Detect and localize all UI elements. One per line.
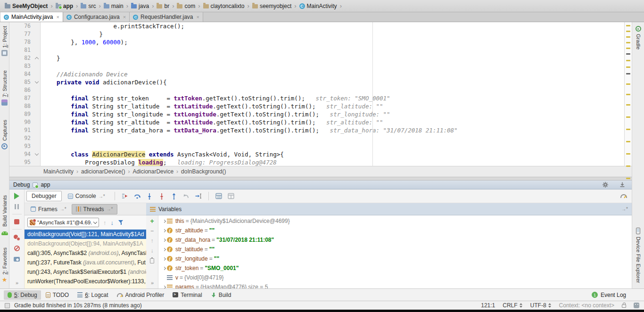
tool-window-bar-terminal[interactable]: Terminal [169, 290, 206, 300]
close-icon[interactable]: × [123, 14, 126, 20]
view-tab-threads[interactable]: Threads→* [72, 204, 117, 214]
show-execution-point-icon[interactable] [119, 191, 131, 201]
tool-window-button-build-variants[interactable]: Build Variants [1, 195, 8, 235]
expand-chevron-icon[interactable] [161, 239, 167, 241]
expand-chevron-icon[interactable] [161, 230, 167, 232]
mute-breakpoints-icon[interactable] [14, 246, 20, 251]
hide-tool-window-icon[interactable] [617, 180, 628, 190]
step-over-icon[interactable] [132, 191, 143, 201]
error-stripe[interactable] [624, 22, 632, 166]
variable-row-params[interactable]: params={HashMap@4776} size = 5 [158, 282, 632, 288]
stack-frame[interactable]: doInBackground(Object[]):94, MainActivit… [25, 239, 146, 248]
splitter[interactable] [9, 177, 632, 181]
variable-row-str-altitude[interactable]: str_altitude="" [158, 226, 632, 235]
expand-chevron-icon[interactable] [161, 220, 167, 222]
stack-frame[interactable]: run():237, FutureTask (java.util.concurr… [25, 258, 146, 267]
remove-watch-icon[interactable]: − [150, 229, 154, 233]
variable-row-str-token[interactable]: str_token="SMO_0001" [158, 263, 632, 273]
breadcrumb-item-br[interactable]: br [156, 2, 170, 10]
frame-up-icon[interactable]: ↑ [103, 220, 107, 226]
evaluate-expression-icon[interactable] [213, 191, 224, 201]
code-editor[interactable]: 76 e.printStackTrace();77 }78 }, 1000, 6… [9, 22, 624, 166]
debug-tab-debugger[interactable]: Debugger [26, 191, 62, 201]
add-watch-icon[interactable]: + [150, 219, 154, 223]
stop-icon[interactable] [14, 219, 19, 224]
caret-position-widget[interactable]: 121:1 [481, 302, 495, 309]
highlighting-level-icon[interactable] [634, 303, 639, 308]
breadcrumb-item-claytoncalixto[interactable]: claytoncalixto [202, 2, 246, 10]
breadcrumb-item-src[interactable]: src [80, 2, 97, 10]
force-step-into-icon[interactable] [156, 191, 167, 201]
breadcrumb-item-seemyobject[interactable]: SeeMyObject [4, 2, 49, 10]
view-tab-frames[interactable]: Frames→* [26, 204, 71, 214]
variable-row-this[interactable]: this={MainActivity$1AdicionarDevice@4699… [158, 216, 632, 226]
move-watch-down-icon[interactable]: ↓ [151, 248, 154, 253]
variable-row-str-latitude[interactable]: str_latitude="" [158, 245, 632, 254]
profiler-gauge-icon[interactable] [620, 193, 627, 199]
editor-breadcrumb-item[interactable]: doInBackground() [181, 168, 226, 175]
breadcrumb-item-java[interactable]: java [130, 2, 150, 10]
line-ending-widget[interactable]: CRLF [503, 302, 522, 309]
editor-tab-requesthandler-java[interactable]: RequestHandler.java× [130, 12, 203, 22]
copy-icon[interactable] [150, 258, 154, 263]
run-to-cursor-icon[interactable] [193, 191, 204, 201]
stack-frame[interactable]: call():305, AsyncTask$2 (android.os), As… [25, 248, 146, 258]
tool-window-button-gradle[interactable]: Gradle [636, 26, 641, 49]
stack-frame[interactable]: run():243, AsyncTask$SerialExecutor$1 (a… [25, 267, 146, 277]
tool-window-button-captures[interactable]: Captures [1, 120, 8, 149]
editor-tab-mainactivity-java[interactable]: MainActivity.java× [0, 12, 63, 22]
tool-window-button-7-structure[interactable]: 7: Structure [1, 70, 8, 106]
expand-chevron-icon[interactable] [161, 286, 167, 288]
close-icon[interactable]: × [56, 14, 59, 20]
move-watch-up-icon[interactable]: ↑ [151, 238, 154, 243]
settings-gear-icon[interactable] [600, 180, 611, 190]
lock-icon[interactable] [622, 304, 626, 308]
tool-window-bar-android-profiler[interactable]: Android Profiler [113, 290, 168, 300]
tool-window-button-1-project[interactable]: 1: Project [1, 26, 8, 56]
variable-row-str-data-hora[interactable]: str_data_hora="31/07/2018 21:11:08" [158, 235, 632, 245]
breadcrumb-item-app[interactable]: app [55, 2, 74, 10]
tool-window-button-2-favorites[interactable]: 2: Favorites [2, 247, 8, 283]
event-log-widget[interactable]: 1Event Log [592, 292, 626, 298]
breadcrumb-item-seemyobject[interactable]: seemyobject [251, 2, 292, 10]
tool-window-bar-6-logcat[interactable]: 6: Logcat [74, 290, 112, 300]
resume-program-icon[interactable] [14, 193, 19, 199]
context-widget[interactable]: Context: <no context> [559, 302, 614, 309]
encoding-widget[interactable]: UTF-8 [530, 302, 552, 309]
breadcrumb-item-com[interactable]: com [176, 2, 196, 10]
tool-window-bar-todo[interactable]: TODO [42, 290, 73, 300]
stack-frame[interactable]: doInBackground(Void[]):121, MainActivity… [25, 230, 146, 239]
more-actions-icon[interactable]: » [151, 280, 153, 286]
drop-frame-icon[interactable] [181, 191, 192, 201]
fold-marker[interactable] [34, 150, 41, 158]
close-icon[interactable]: × [197, 14, 199, 20]
fold-marker[interactable] [34, 78, 41, 86]
variable-row-v[interactable]: v={Void[0]@4719} [158, 273, 632, 282]
pause-program-icon[interactable] [15, 204, 19, 209]
editor-breadcrumb-item[interactable]: MainActivity [43, 168, 74, 175]
editor-breadcrumb-item[interactable]: adicionarDevice() [81, 168, 125, 175]
step-out-icon[interactable] [168, 191, 180, 201]
expand-chevron-icon[interactable] [161, 258, 167, 260]
tool-window-bar-5-debug[interactable]: 5: Debug [4, 290, 41, 300]
breadcrumb-item-mainactivity[interactable]: MainActivity [298, 2, 338, 10]
expand-chevron-icon[interactable] [161, 267, 167, 270]
variable-row-str-longitude[interactable]: str_longitude="" [158, 254, 632, 263]
expand-chevron-icon[interactable] [161, 248, 167, 251]
more-actions-icon[interactable]: » [16, 280, 18, 286]
editor-tab-configuracao-java[interactable]: Configuracao.java× [63, 12, 130, 22]
tool-window-stripes-toggle-icon[interactable] [5, 303, 10, 308]
debug-tab-console[interactable]: Console→* [63, 191, 110, 201]
editor-breadcrumb-item[interactable]: AdicionarDevice [132, 168, 173, 175]
stack-frame[interactable]: runWorker(ThreadPoolExecutor$Worker):113… [25, 277, 146, 286]
step-into-icon[interactable] [144, 191, 155, 201]
filter-frames-icon[interactable] [118, 220, 124, 225]
tool-window-bar-build[interactable]: Build [207, 290, 235, 300]
thread-dropdown[interactable]: "AsyncTask #1"@4.69... [27, 218, 99, 227]
view-breakpoints-icon[interactable] [14, 234, 20, 241]
fold-marker[interactable] [34, 54, 41, 62]
thread-dump-icon[interactable] [14, 257, 20, 262]
breadcrumb-item-main[interactable]: main [103, 2, 124, 10]
restore-layout-icon[interactable] [225, 191, 237, 201]
tool-window-button-device-file-explorer[interactable]: Device File Explorer [636, 228, 641, 283]
